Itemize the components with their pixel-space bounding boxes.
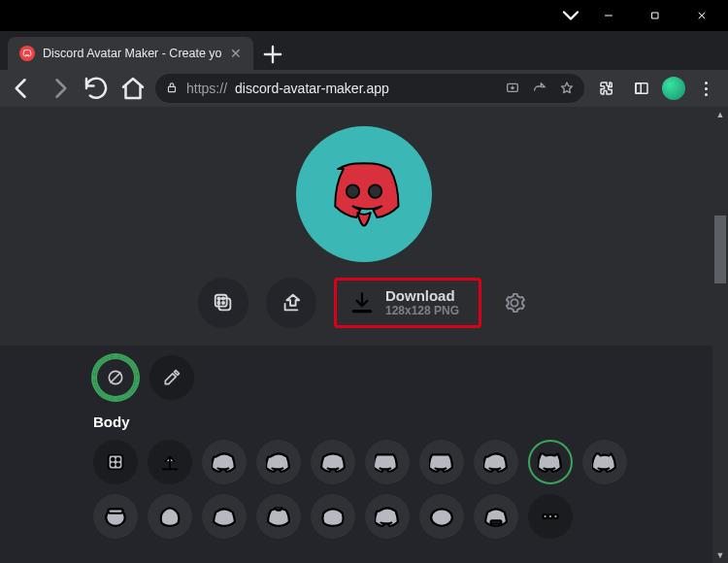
body-option-2[interactable]: [256, 440, 301, 484]
svg-point-18: [112, 463, 115, 466]
download-button[interactable]: Download 128x128 PNG: [339, 282, 473, 323]
body-option-4[interactable]: [365, 440, 410, 484]
download-format: 128x128 PNG: [385, 304, 459, 317]
body-option-dice[interactable]: [93, 440, 138, 484]
options-section: Body Eyes: [0, 346, 728, 563]
svg-point-21: [431, 509, 452, 525]
forward-button[interactable]: [45, 74, 74, 103]
svg-point-23: [543, 514, 546, 518]
svg-point-12: [222, 297, 224, 299]
hero-panel: Download 128x128 PNG: [0, 107, 728, 346]
svg-point-10: [222, 302, 224, 304]
background-edit-row: [93, 355, 728, 400]
share-button[interactable]: [266, 278, 316, 328]
browser-toolbar: https://discord-avatar-maker.app: [0, 70, 728, 107]
body-option-8[interactable]: [582, 440, 627, 484]
lock-icon: [165, 81, 179, 97]
body-option-16[interactable]: [474, 494, 518, 539]
action-row: Download 128x128 PNG: [198, 278, 530, 328]
window-minimize-button[interactable]: [586, 1, 631, 30]
settings-button[interactable]: [499, 287, 530, 318]
svg-point-5: [347, 184, 359, 197]
randomize-button[interactable]: [198, 278, 248, 328]
body-option-5[interactable]: [419, 440, 464, 484]
svg-point-25: [553, 514, 557, 518]
body-option-13[interactable]: [311, 494, 355, 539]
svg-rect-4: [636, 83, 641, 94]
download-icon: [348, 290, 376, 315]
svg-rect-14: [109, 455, 123, 470]
svg-rect-8: [215, 295, 227, 307]
side-panel-button[interactable]: [627, 74, 656, 103]
svg-point-6: [369, 184, 381, 197]
vertical-scrollbar[interactable]: ▲ ▼: [712, 107, 728, 563]
svg-point-11: [217, 302, 219, 304]
share-url-icon[interactable]: [532, 81, 547, 96]
none-option[interactable]: [93, 355, 138, 400]
browser-tabstrip: Discord Avatar Maker - Create yo ✕: [0, 31, 728, 70]
install-app-icon[interactable]: [505, 81, 520, 96]
svg-rect-0: [652, 13, 658, 18]
avatar-preview: [296, 126, 432, 262]
body-option-grid: [93, 440, 728, 539]
back-button[interactable]: [8, 74, 37, 103]
svg-point-16: [116, 463, 119, 466]
body-option-9[interactable]: [93, 494, 138, 539]
url-host: discord-avatar-maker.app: [235, 81, 389, 96]
svg-rect-22: [491, 520, 502, 523]
svg-point-24: [548, 514, 552, 518]
star-icon[interactable]: [559, 81, 575, 96]
tab-favicon: [19, 46, 35, 61]
svg-rect-20: [108, 509, 122, 513]
download-highlight: Download 128x128 PNG: [334, 278, 481, 328]
svg-point-9: [217, 297, 219, 299]
body-option-6[interactable]: [474, 440, 518, 484]
new-tab-button[interactable]: [259, 41, 286, 68]
body-option-more[interactable]: [528, 494, 573, 539]
extensions-button[interactable]: [592, 74, 621, 103]
scroll-thumb[interactable]: [714, 215, 726, 283]
body-option-10[interactable]: [148, 494, 192, 539]
eyedropper-button[interactable]: [149, 355, 194, 400]
svg-point-15: [112, 458, 115, 461]
chevron-down-icon[interactable]: [557, 2, 584, 29]
body-option-7[interactable]: [528, 440, 573, 484]
body-option-11[interactable]: [202, 494, 247, 539]
window-titlebar: [0, 0, 728, 31]
tab-close-icon[interactable]: ✕: [230, 46, 242, 61]
body-option-upload[interactable]: [148, 440, 192, 484]
browser-tab[interactable]: Discord Avatar Maker - Create yo ✕: [8, 37, 253, 70]
svg-point-17: [116, 458, 119, 461]
svg-rect-1: [169, 86, 176, 91]
profile-avatar[interactable]: [662, 77, 685, 100]
reload-button[interactable]: [82, 74, 111, 103]
section-label-body: Body: [93, 414, 728, 430]
scroll-up-arrow[interactable]: ▲: [712, 107, 728, 122]
body-option-12[interactable]: [256, 494, 301, 539]
tab-title: Discord Avatar Maker - Create yo: [43, 47, 222, 60]
body-option-3[interactable]: [311, 440, 355, 484]
body-option-14[interactable]: [365, 494, 410, 539]
browser-menu-button[interactable]: [691, 74, 720, 103]
body-option-1[interactable]: [202, 440, 247, 484]
window-maximize-button[interactable]: [633, 1, 678, 30]
url-scheme: https://: [186, 81, 227, 96]
window-close-button[interactable]: [679, 1, 724, 30]
download-label: Download: [385, 288, 459, 304]
url-bar[interactable]: https://discord-avatar-maker.app: [155, 74, 584, 103]
body-option-15[interactable]: [419, 494, 464, 539]
scroll-down-arrow[interactable]: ▼: [712, 547, 728, 563]
page-content: ▲ ▼: [0, 107, 728, 563]
home-button[interactable]: [118, 74, 148, 103]
